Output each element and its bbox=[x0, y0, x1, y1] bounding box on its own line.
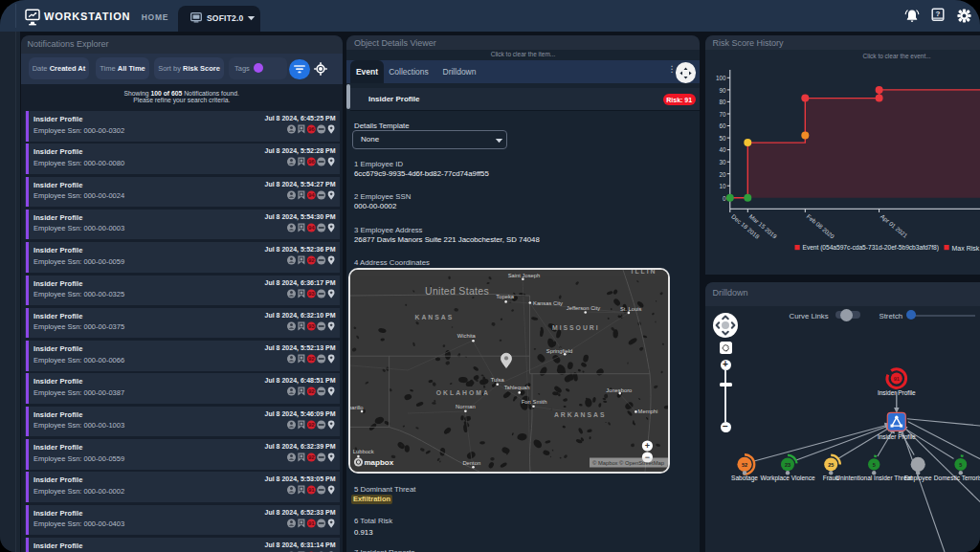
svg-text:5: 5 bbox=[959, 462, 962, 468]
svg-text:ARKANSAS: ARKANSAS bbox=[554, 410, 607, 417]
svg-text:Memphi: Memphi bbox=[638, 408, 658, 413]
svg-text:91: 91 bbox=[893, 376, 899, 382]
svg-text:Feb 08 2020: Feb 08 2020 bbox=[805, 212, 835, 239]
svg-text:0: 0 bbox=[722, 195, 725, 202]
svg-text:80: 80 bbox=[719, 99, 726, 105]
svg-text:Jonesboro: Jonesboro bbox=[606, 387, 632, 393]
svg-text:Wichita: Wichita bbox=[457, 333, 477, 339]
svg-text:Springfield: Springfield bbox=[546, 347, 572, 353]
svg-text:96: 96 bbox=[307, 159, 314, 165]
svg-text:Event (054a597c-cda5-731d-20ef: Event (054a597c-cda5-731d-20ef-5b9cb3afd… bbox=[802, 244, 938, 252]
svg-text:94: 94 bbox=[307, 192, 314, 198]
svg-text:Sabotage: Sabotage bbox=[731, 475, 758, 482]
svg-text:Unintentional Insider Threat: Unintentional Insider Threat bbox=[835, 475, 912, 481]
svg-text:92: 92 bbox=[307, 389, 314, 395]
svg-text:93: 93 bbox=[307, 291, 314, 297]
svg-text:Norman: Norman bbox=[456, 404, 476, 409]
svg-text:OKLAHOMA: OKLAHOMA bbox=[436, 389, 490, 396]
svg-text:United States: United States bbox=[425, 285, 489, 297]
svg-text:Tahlequah: Tahlequah bbox=[504, 385, 530, 390]
svg-text:KANSAS: KANSAS bbox=[415, 314, 455, 320]
svg-text:70: 70 bbox=[719, 111, 726, 118]
svg-text:© Mapbox © OpenStreetMap: © Mapbox © OpenStreetMap bbox=[592, 459, 664, 465]
svg-text:ILLIN: ILLIN bbox=[632, 270, 657, 275]
svg-text:92: 92 bbox=[307, 356, 314, 362]
svg-text:Insider Profile: Insider Profile bbox=[877, 433, 915, 440]
svg-text:92: 92 bbox=[307, 257, 314, 263]
svg-text:Topeka: Topeka bbox=[496, 294, 514, 299]
svg-text:40: 40 bbox=[719, 146, 726, 153]
svg-text:Fort Smith: Fort Smith bbox=[522, 399, 547, 405]
svg-text:30: 30 bbox=[719, 159, 726, 166]
svg-text:Apr 01 2021: Apr 01 2021 bbox=[879, 212, 909, 240]
svg-text:mapbox: mapbox bbox=[365, 458, 394, 467]
svg-text:Max Risk: Max Risk bbox=[951, 245, 979, 252]
svg-text:Workplace Violence: Workplace Violence bbox=[760, 475, 815, 482]
svg-text:St. Louis: St. Louis bbox=[620, 305, 642, 311]
svg-text:Denton: Denton bbox=[462, 459, 480, 465]
svg-text:Kansas City: Kansas City bbox=[533, 300, 563, 306]
svg-text:Jefferson City: Jefferson City bbox=[567, 304, 600, 310]
svg-text:100: 100 bbox=[715, 75, 725, 81]
svg-text:?: ? bbox=[936, 10, 941, 18]
svg-text:90: 90 bbox=[719, 87, 726, 94]
svg-text:5: 5 bbox=[872, 462, 875, 468]
svg-text:92: 92 bbox=[307, 422, 314, 428]
svg-text:10: 10 bbox=[719, 183, 726, 189]
svg-text:Saint Joseph: Saint Joseph bbox=[508, 272, 541, 277]
svg-text:Tulsa: Tulsa bbox=[491, 377, 505, 383]
svg-text:23: 23 bbox=[784, 462, 790, 468]
svg-text:Insider Profile: Insider Profile bbox=[877, 389, 915, 396]
svg-text:Lubbock: Lubbock bbox=[353, 449, 374, 454]
svg-text:25: 25 bbox=[828, 462, 834, 468]
svg-text:Domestic Terrorism: Domestic Terrorism bbox=[933, 475, 980, 481]
svg-text:MISSOURI: MISSOURI bbox=[552, 323, 600, 330]
svg-text:Employee: Employee bbox=[903, 475, 931, 482]
svg-text:94: 94 bbox=[307, 225, 314, 231]
svg-text:91: 91 bbox=[307, 520, 314, 526]
svg-text:+: + bbox=[645, 441, 650, 451]
svg-text:93: 93 bbox=[307, 323, 314, 329]
svg-text:20: 20 bbox=[719, 171, 726, 178]
svg-text:91: 91 bbox=[307, 487, 314, 493]
svg-text:52: 52 bbox=[741, 462, 746, 468]
svg-text:50: 50 bbox=[719, 135, 726, 142]
svg-text:Amarillo: Amarillo bbox=[350, 404, 363, 409]
svg-text:96: 96 bbox=[307, 126, 314, 132]
svg-text:92: 92 bbox=[307, 454, 314, 460]
svg-text:60: 60 bbox=[719, 122, 726, 129]
